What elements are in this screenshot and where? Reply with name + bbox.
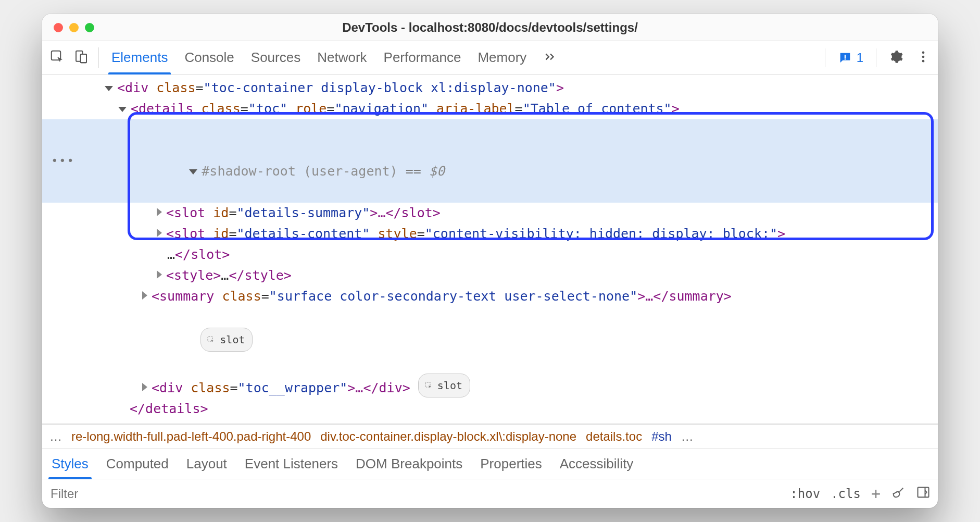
- hov-toggle[interactable]: :hov: [790, 487, 820, 501]
- filter-input[interactable]: [49, 486, 790, 502]
- dom-tree[interactable]: <div class="toc-container display-block …: [42, 74, 938, 424]
- reveal-slot-badge[interactable]: slot: [200, 328, 253, 352]
- dom-node[interactable]: <div class="toc-container display-block …: [42, 78, 938, 98]
- tab-sources[interactable]: Sources: [251, 41, 300, 74]
- dom-node[interactable]: <slot id="details-summary">…</slot>: [42, 203, 938, 223]
- cls-toggle[interactable]: .cls: [831, 487, 861, 501]
- breadcrumb-overflow-right[interactable]: …: [681, 429, 694, 444]
- gutter-dots-icon[interactable]: •••: [51, 151, 75, 171]
- subtab-computed[interactable]: Computed: [106, 449, 169, 479]
- dom-node[interactable]: <style>…</style>: [42, 265, 938, 286]
- window-title: DevTools - localhost:8080/docs/devtools/…: [42, 20, 938, 35]
- breadcrumb-item[interactable]: details.toc: [586, 429, 642, 444]
- zoom-window-icon[interactable]: [85, 23, 94, 32]
- computed-sidebar-toggle-icon[interactable]: [916, 485, 931, 503]
- dom-node-badge-row: slot: [42, 307, 938, 374]
- subtab-properties[interactable]: Properties: [480, 449, 542, 479]
- reveal-slot-badge[interactable]: slot: [418, 374, 470, 397]
- dom-node[interactable]: <details class="toc" role="navigation" a…: [42, 98, 938, 119]
- devtools-window: DevTools - localhost:8080/docs/devtools/…: [42, 14, 938, 508]
- breadcrumb-overflow-left[interactable]: …: [49, 429, 62, 444]
- subtab-layout[interactable]: Layout: [186, 449, 227, 479]
- dom-node-selected[interactable]: ••• #shadow-root (user-agent) == $0: [42, 119, 938, 203]
- svg-rect-11: [918, 487, 929, 497]
- more-tabs-icon[interactable]: [543, 50, 557, 66]
- device-toolbar-icon[interactable]: [73, 49, 89, 67]
- inspect-icon[interactable]: [49, 49, 65, 67]
- dom-node[interactable]: <div class="toc__wrapper">…</div> slot: [42, 374, 938, 399]
- subtab-dom-breakpoints[interactable]: DOM Breakpoints: [356, 449, 462, 479]
- breadcrumb-item-current[interactable]: #sh: [651, 429, 672, 444]
- svg-rect-2: [81, 54, 86, 63]
- breadcrumb-bar[interactable]: … re-long.width-full.pad-left-400.pad-ri…: [42, 424, 938, 449]
- svg-point-8: [922, 59, 925, 62]
- tab-elements[interactable]: Elements: [111, 41, 168, 74]
- issues-button[interactable]: 1: [838, 51, 863, 65]
- styles-tabbar: Styles Computed Layout Event Listeners D…: [42, 449, 938, 479]
- svg-point-6: [922, 51, 925, 54]
- kebab-menu-icon[interactable]: [916, 49, 931, 66]
- main-toolbar: Elements Console Sources Network Perform…: [42, 41, 938, 74]
- tab-performance[interactable]: Performance: [384, 41, 461, 74]
- window-controls: [42, 23, 94, 32]
- tab-network[interactable]: Network: [317, 41, 367, 74]
- close-window-icon[interactable]: [54, 23, 63, 32]
- svg-rect-5: [844, 58, 845, 59]
- subtab-event-listeners[interactable]: Event Listeners: [245, 449, 338, 479]
- paint-brush-icon[interactable]: [891, 485, 906, 503]
- titlebar: DevTools - localhost:8080/docs/devtools/…: [42, 14, 938, 41]
- svg-point-7: [922, 55, 925, 58]
- breadcrumb-item[interactable]: re-long.width-full.pad-left-400.pad-righ…: [71, 429, 311, 444]
- svg-rect-4: [844, 55, 845, 58]
- dom-node[interactable]: …</slot>: [42, 244, 938, 265]
- dom-node[interactable]: <slot id="details-content" style="conten…: [42, 223, 938, 244]
- dom-node[interactable]: </details>: [42, 399, 938, 419]
- new-style-rule-icon[interactable]: +: [871, 484, 881, 503]
- issues-count: 1: [857, 51, 863, 65]
- minimize-window-icon[interactable]: [69, 23, 79, 32]
- subtab-styles[interactable]: Styles: [52, 449, 89, 479]
- tab-memory[interactable]: Memory: [478, 41, 526, 74]
- settings-icon[interactable]: [889, 49, 903, 66]
- dom-node[interactable]: <summary class="surface color-secondary-…: [42, 286, 938, 307]
- tab-console[interactable]: Console: [184, 41, 234, 74]
- subtab-accessibility[interactable]: Accessibility: [560, 449, 634, 479]
- styles-filter-bar: :hov .cls +: [42, 479, 938, 508]
- breadcrumb-item[interactable]: div.toc-container.display-block.xl\:disp…: [320, 429, 576, 444]
